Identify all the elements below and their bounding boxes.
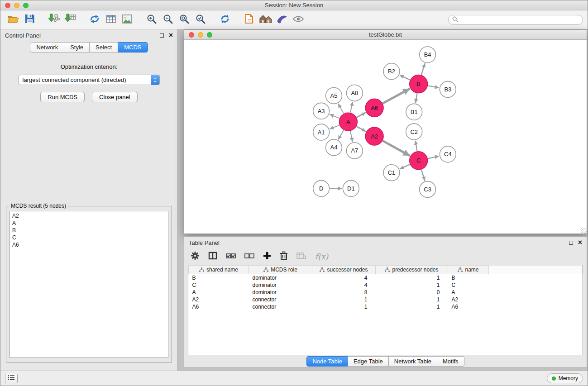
graph-edge-A-A7[interactable] bbox=[350, 131, 353, 142]
open-file-button[interactable] bbox=[241, 12, 258, 28]
table-cell[interactable]: A2 bbox=[189, 296, 249, 303]
close-window-button[interactable] bbox=[5, 3, 10, 8]
new-table-button[interactable] bbox=[103, 12, 119, 28]
resize-grip[interactable] bbox=[581, 228, 587, 234]
graph-node-A5[interactable]: A5 bbox=[326, 88, 342, 104]
graph-node-C2[interactable]: C2 bbox=[406, 124, 422, 140]
select-all-button[interactable] bbox=[226, 252, 236, 261]
result-item[interactable]: A bbox=[12, 219, 166, 227]
table-cell[interactable]: B bbox=[448, 274, 489, 281]
graph-node-C4[interactable]: C4 bbox=[440, 146, 456, 162]
delete-column-button[interactable] bbox=[280, 251, 288, 262]
graph-node-C[interactable]: C bbox=[410, 152, 428, 170]
graph-edge-B-B4[interactable] bbox=[421, 63, 425, 75]
table-cell[interactable]: 0 bbox=[376, 289, 448, 296]
tab-edge-table[interactable]: Edge Table bbox=[348, 356, 389, 367]
graph-node-B2[interactable]: B2 bbox=[383, 63, 400, 80]
tab-network-table[interactable]: Network Table bbox=[388, 356, 437, 367]
tab-node-table[interactable]: Node Table bbox=[306, 356, 348, 367]
table-cell[interactable]: dominator bbox=[249, 281, 312, 289]
deselect-all-button[interactable] bbox=[244, 252, 254, 261]
graph-node-A1[interactable]: A1 bbox=[313, 124, 330, 140]
open-session-button[interactable] bbox=[5, 12, 21, 28]
column-header-predecessor-nodes[interactable]: predecessor nodes bbox=[376, 266, 448, 274]
column-header-mcds-role[interactable]: MCDS role bbox=[249, 266, 312, 274]
import-network-button[interactable] bbox=[46, 12, 62, 28]
tab-motifs[interactable]: Motifs bbox=[437, 356, 464, 367]
table-cell[interactable]: A bbox=[189, 289, 249, 296]
tab-mcds[interactable]: MCDS bbox=[118, 42, 148, 52]
graph-node-D[interactable]: D bbox=[313, 181, 330, 197]
graph-node-A[interactable]: A bbox=[339, 113, 357, 131]
zoom-fit-button[interactable] bbox=[176, 12, 192, 28]
table-cell[interactable]: 4 bbox=[312, 274, 376, 281]
criterion-dropdown[interactable]: largest connected component (directed) ▲… bbox=[19, 75, 160, 85]
table-row[interactable]: A2connector11A2 bbox=[189, 296, 583, 303]
search-field[interactable] bbox=[448, 15, 583, 25]
graph-edge-A-A3[interactable] bbox=[330, 114, 339, 119]
network-window-titlebar[interactable]: testGlobe.txt bbox=[184, 30, 587, 40]
graph-node-C1[interactable]: C1 bbox=[383, 165, 400, 181]
column-header-shared-name[interactable]: shared name bbox=[189, 266, 249, 274]
minimize-window-button[interactable] bbox=[14, 3, 19, 8]
table-cell[interactable]: A6 bbox=[189, 303, 249, 310]
export-image-button[interactable] bbox=[119, 12, 135, 28]
result-item[interactable]: A2 bbox=[12, 212, 166, 219]
save-session-button[interactable] bbox=[21, 12, 38, 28]
graph-edge-B-B1[interactable] bbox=[416, 93, 417, 103]
graph-edge-C-C1[interactable] bbox=[400, 164, 410, 169]
table-cell[interactable]: connector bbox=[249, 303, 312, 310]
network-close-button[interactable] bbox=[189, 32, 194, 38]
table-cell[interactable]: 1 bbox=[312, 303, 376, 310]
network-zoom-button[interactable] bbox=[207, 32, 212, 38]
table-cell[interactable]: 1 bbox=[376, 303, 448, 310]
memory-button[interactable]: Memory bbox=[547, 373, 583, 383]
graph-edge-A-A4[interactable] bbox=[338, 130, 344, 139]
delete-table-button[interactable] bbox=[296, 252, 306, 262]
panel-menu-button[interactable] bbox=[5, 374, 18, 383]
table-cell[interactable]: 1 bbox=[376, 274, 448, 281]
table-row[interactable]: Cdominator41C bbox=[189, 281, 583, 289]
result-item[interactable]: C bbox=[12, 234, 166, 241]
table-row[interactable]: A6connector11A6 bbox=[189, 303, 583, 310]
close-panel-button[interactable]: Close panel bbox=[92, 92, 138, 102]
graph-edge-A6-B[interactable] bbox=[382, 89, 410, 103]
graph-node-A4[interactable]: A4 bbox=[326, 139, 342, 156]
table-cell[interactable]: A2 bbox=[448, 296, 489, 303]
zoom-selected-button[interactable] bbox=[192, 12, 209, 28]
new-network-button[interactable] bbox=[86, 12, 103, 28]
tab-style[interactable]: Style bbox=[64, 42, 90, 52]
control-panel-float-icon[interactable] bbox=[160, 33, 164, 38]
table-cell[interactable]: connector bbox=[249, 296, 312, 303]
show-columns-button[interactable] bbox=[208, 252, 217, 262]
result-item[interactable]: A6 bbox=[12, 241, 166, 248]
graph-edge-A-A8[interactable] bbox=[350, 102, 353, 113]
zoom-window-button[interactable] bbox=[23, 3, 29, 8]
search-input[interactable] bbox=[460, 16, 579, 24]
table-cell[interactable]: 1 bbox=[376, 281, 448, 289]
graph-node-B[interactable]: B bbox=[410, 75, 428, 93]
table-panel-close-icon[interactable]: × bbox=[578, 239, 582, 246]
import-table-button[interactable] bbox=[62, 12, 78, 28]
mcds-result-list[interactable]: A2ABCA6 bbox=[10, 211, 168, 358]
home-button[interactable] bbox=[258, 12, 274, 28]
graph-node-C3[interactable]: C3 bbox=[420, 181, 436, 198]
table-cell[interactable]: C bbox=[189, 281, 249, 289]
graph-node-A6[interactable]: A6 bbox=[365, 99, 383, 117]
table-row[interactable]: Adominator80A bbox=[189, 289, 583, 296]
graph-edge-A-A6[interactable] bbox=[357, 113, 366, 118]
graph-node-B3[interactable]: B3 bbox=[440, 81, 456, 98]
tab-network[interactable]: Network bbox=[30, 42, 64, 52]
zoom-in-button[interactable] bbox=[143, 12, 160, 28]
column-header-successor-nodes[interactable]: successor nodes bbox=[312, 266, 376, 274]
network-canvas[interactable]: B4B2BB3A8A5A6A3B1AC2A1A2A4A7C4CC1C3DD1 bbox=[184, 40, 587, 234]
graph-node-D1[interactable]: D1 bbox=[343, 181, 359, 197]
graph-node-B4[interactable]: B4 bbox=[420, 47, 436, 63]
graph-edge-A-A5[interactable] bbox=[338, 104, 344, 114]
table-settings-button[interactable] bbox=[191, 251, 200, 262]
table-panel-float-icon[interactable] bbox=[569, 241, 573, 245]
style-button[interactable] bbox=[274, 12, 290, 28]
table-row[interactable]: Bdominator41B bbox=[189, 274, 583, 281]
apply-layout-button[interactable] bbox=[217, 12, 233, 28]
table-cell[interactable]: A6 bbox=[448, 303, 489, 310]
